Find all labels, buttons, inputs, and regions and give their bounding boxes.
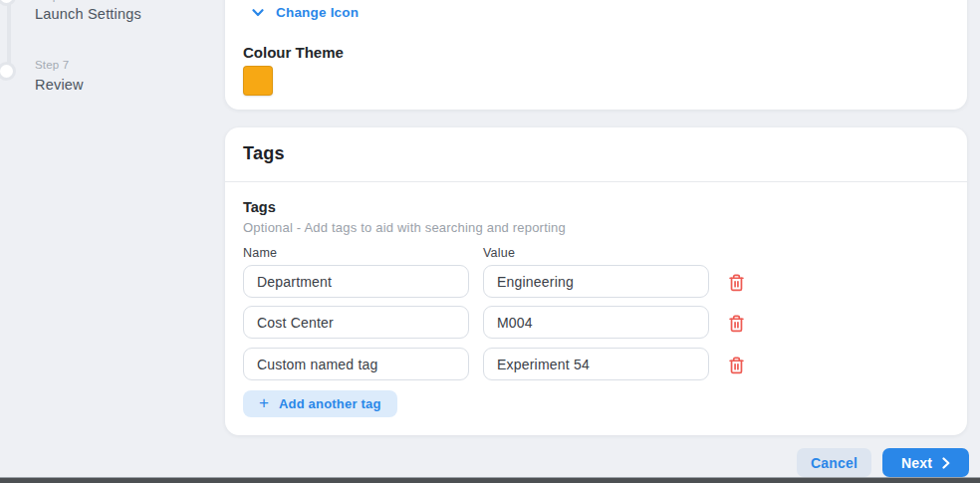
delete-tag-button[interactable] — [728, 355, 748, 374]
tag-value-input[interactable] — [483, 348, 709, 380]
delete-tag-button[interactable] — [728, 272, 748, 292]
sidebar-item-review[interactable]: Review — [35, 77, 84, 93]
tag-row — [243, 265, 949, 298]
plus-icon: + — [259, 394, 269, 411]
column-header-value: Value — [483, 246, 515, 260]
cancel-button[interactable]: Cancel — [797, 448, 871, 477]
trash-icon — [728, 314, 748, 333]
window-bottom-edge — [0, 477, 980, 483]
tag-value-input[interactable] — [483, 265, 709, 298]
tags-helper-text: Optional - Add tags to aid with searchin… — [243, 220, 566, 235]
step-number-label: Step 7 — [35, 59, 69, 71]
step-number-label: Step 6 — [35, 0, 69, 2]
tag-name-input[interactable] — [243, 265, 469, 298]
chevron-down-icon — [252, 9, 264, 17]
tags-card: Tags Tags Optional - Add tags to aid wit… — [225, 127, 967, 435]
tag-name-input[interactable] — [243, 348, 469, 380]
tags-section-label: Tags — [243, 199, 276, 215]
icon-settings-card: Change Icon Colour Theme — [225, 0, 967, 110]
change-icon-label: Change Icon — [276, 5, 359, 20]
colour-theme-swatch[interactable] — [243, 66, 273, 96]
next-button[interactable]: Next — [882, 448, 969, 477]
chevron-right-icon — [942, 457, 950, 469]
tag-row — [243, 348, 949, 380]
trash-icon — [728, 356, 748, 374]
add-another-tag-label: Add another tag — [279, 396, 381, 411]
tag-name-input[interactable] — [243, 306, 469, 339]
tag-row — [243, 306, 949, 339]
step-circle-review — [0, 62, 16, 81]
tags-card-header: Tags — [225, 127, 967, 182]
step-circle-launch-settings — [0, 0, 16, 6]
next-button-label: Next — [901, 455, 932, 471]
trash-icon — [728, 273, 748, 292]
tag-value-input[interactable] — [483, 306, 709, 339]
add-another-tag-button[interactable]: + Add another tag — [243, 390, 397, 417]
colour-theme-label: Colour Theme — [243, 44, 344, 61]
delete-tag-button[interactable] — [728, 313, 748, 333]
page: Step 6 Launch Settings Step 7 Review Cha… — [0, 0, 980, 483]
tags-card-title: Tags — [243, 143, 285, 164]
change-icon-toggle[interactable]: Change Icon — [252, 5, 359, 20]
stepper-connector-line — [7, 0, 11, 64]
column-header-name: Name — [243, 246, 277, 260]
sidebar-item-launch-settings[interactable]: Launch Settings — [35, 6, 141, 22]
